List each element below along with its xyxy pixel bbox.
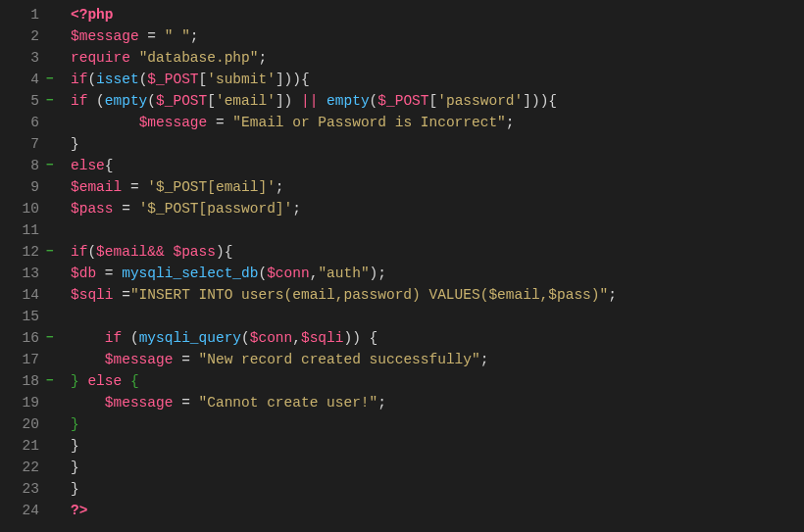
gutter-row: 4− <box>0 69 57 90</box>
fold-icon[interactable]: − <box>43 370 57 392</box>
token: ; <box>258 47 267 69</box>
token: [ <box>207 90 216 112</box>
token: "New record created successfully" <box>199 349 480 370</box>
token: = <box>173 349 198 370</box>
code-area[interactable]: <?php$message = " ";require "database.ph… <box>57 0 617 521</box>
token: [ <box>199 69 208 90</box>
code-line[interactable]: } <box>71 478 617 500</box>
token: = <box>114 284 130 306</box>
token: [ <box>429 90 438 112</box>
code-line[interactable]: $db = mysqli_select_db($conn,"auth"); <box>71 263 617 284</box>
code-line[interactable]: $message = "New record created successfu… <box>71 349 617 370</box>
token: $message <box>105 392 174 413</box>
code-line[interactable]: $message = "Email or Password is Incorre… <box>71 112 617 133</box>
line-number: 2 <box>30 25 43 47</box>
gutter-row: 19 <box>0 392 57 413</box>
gutter-row: 15 <box>0 306 57 327</box>
gutter-row: 2 <box>0 25 57 47</box>
gutter-row: 6 <box>0 112 57 133</box>
code-line[interactable]: } <box>71 435 617 457</box>
token: 'submit' <box>207 69 276 90</box>
token: = <box>173 392 198 413</box>
line-number: 22 <box>23 457 43 478</box>
token: <?php <box>71 4 114 25</box>
code-line[interactable]: } <box>71 413 617 435</box>
code-editor[interactable]: 1234−5−678−9101112−13141516−1718−1920212… <box>0 0 804 521</box>
token: { <box>130 370 139 392</box>
fold-icon[interactable]: − <box>43 155 57 176</box>
token: = <box>122 176 147 198</box>
code-line[interactable]: $message = " "; <box>71 25 617 47</box>
line-number: 17 <box>23 349 43 370</box>
gutter-row: 11 <box>0 219 57 241</box>
code-line[interactable]: ?> <box>71 500 617 521</box>
gutter-row: 10 <box>0 198 57 219</box>
code-line[interactable]: if (empty($_POST['email']) || empty($_PO… <box>71 90 617 112</box>
gutter-row: 16− <box>0 327 57 349</box>
code-line[interactable]: if(isset($_POST['submit'])){ <box>71 69 617 90</box>
line-number: 14 <box>23 284 43 306</box>
line-number: 5 <box>30 90 43 112</box>
token: "database.php" <box>139 47 259 69</box>
token: "auth" <box>318 263 369 284</box>
code-line[interactable]: $email = '$_POST[email]'; <box>71 176 617 198</box>
line-number: 10 <box>23 198 43 219</box>
code-line[interactable]: require "database.php"; <box>71 47 617 69</box>
token: ( <box>87 90 104 112</box>
token <box>165 241 174 263</box>
token: $conn <box>267 263 310 284</box>
token: '$_POST[password]' <box>139 198 293 219</box>
token: ( <box>258 263 267 284</box>
code-line[interactable]: } <box>71 133 617 155</box>
code-line[interactable]: if($email&& $pass){ <box>71 241 617 263</box>
gutter-row: 9 <box>0 176 57 198</box>
token: } <box>71 413 79 435</box>
line-number: 9 <box>30 176 43 198</box>
token: ; <box>480 349 489 370</box>
code-line[interactable]: $pass = '$_POST[password]'; <box>71 198 617 219</box>
token <box>71 392 105 413</box>
token: $_POST <box>377 90 428 112</box>
token: $email <box>96 241 147 263</box>
token: ( <box>241 327 250 349</box>
token: ; <box>506 112 515 133</box>
fold-icon[interactable]: − <box>43 327 57 349</box>
token: } <box>71 478 79 500</box>
code-line[interactable] <box>71 219 617 241</box>
token: ){ <box>216 241 232 263</box>
code-line[interactable]: $message = "Cannot create user!"; <box>71 392 617 413</box>
code-line[interactable]: <?php <box>71 4 617 25</box>
token: $message <box>105 349 174 370</box>
fold-icon[interactable]: − <box>43 69 57 90</box>
code-line[interactable]: } <box>71 457 617 478</box>
fold-icon[interactable]: − <box>43 241 57 263</box>
gutter-row: 23 <box>0 478 57 500</box>
code-line[interactable]: if (mysqli_query($conn,$sqli)) { <box>71 327 617 349</box>
line-number: 21 <box>23 435 43 457</box>
token: mysqli_query <box>139 327 241 349</box>
token: ( <box>147 90 156 112</box>
token: $sqli <box>71 284 114 306</box>
line-number: 23 <box>23 478 43 500</box>
line-number: 6 <box>30 112 43 133</box>
line-number: 19 <box>23 392 43 413</box>
code-line[interactable] <box>71 306 617 327</box>
code-line[interactable]: else{ <box>71 155 617 176</box>
token: } <box>71 133 79 155</box>
token <box>318 90 327 112</box>
fold-icon[interactable]: − <box>43 90 57 112</box>
gutter-row: 1 <box>0 4 57 25</box>
token: = <box>114 198 139 219</box>
code-line[interactable]: $sqli ="INSERT INTO users(email,password… <box>71 284 617 306</box>
token: , <box>292 327 301 349</box>
token: ( <box>139 69 148 90</box>
code-line[interactable]: } else { <box>71 370 617 392</box>
line-number: 20 <box>23 413 43 435</box>
token: '$_POST[email]' <box>147 176 276 198</box>
token: $conn <box>250 327 293 349</box>
token <box>71 327 105 349</box>
gutter-row: 12− <box>0 241 57 263</box>
line-number: 4 <box>30 69 43 90</box>
line-number: 1 <box>30 4 43 25</box>
token: empty <box>105 90 148 112</box>
